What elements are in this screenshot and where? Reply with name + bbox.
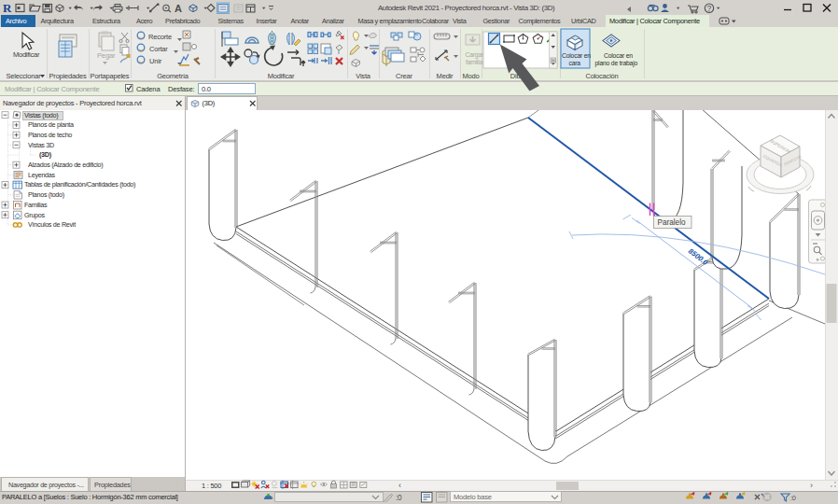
- svg-text:Colocar en: Colocar en: [604, 52, 633, 59]
- svg-text:R: R: [3, 1, 12, 15]
- svg-text:Autodesk Revit 2021 - Proyecto: Autodesk Revit 2021 - Proyectored horca.…: [378, 4, 555, 12]
- svg-text:Cortar: Cortar: [149, 45, 168, 53]
- svg-text:Pegar: Pegar: [97, 51, 116, 60]
- svg-text:Paralelo: Paralelo: [658, 218, 686, 227]
- svg-text:plano de trabajo: plano de trabajo: [595, 60, 638, 67]
- svg-text:Modificar: Modificar: [13, 50, 40, 59]
- svg-text:?: ?: [707, 4, 712, 13]
- svg-text:Unir: Unir: [149, 57, 162, 65]
- svg-text:Recorte: Recorte: [148, 33, 172, 41]
- svg-text:A: A: [175, 3, 182, 14]
